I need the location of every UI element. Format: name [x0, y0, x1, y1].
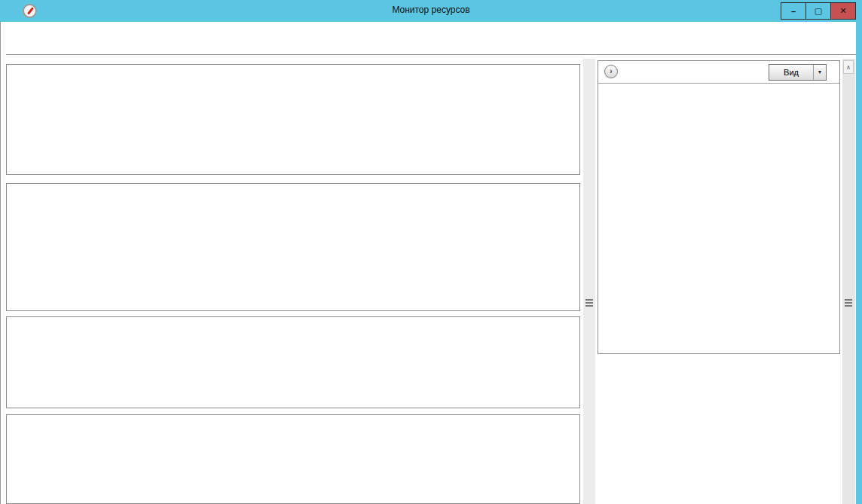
dropdown-arrow-icon: ▼	[813, 65, 826, 80]
view-dropdown-button[interactable]: Вид ▼	[769, 64, 827, 81]
memory-section	[6, 414, 580, 504]
tab-strip	[6, 39, 856, 55]
menu-bar	[6, 22, 856, 39]
minimize-button[interactable]: –	[781, 2, 806, 20]
right-scrollbar[interactable]: ∧	[842, 59, 855, 504]
title-bar: Монитор ресурсов – ▢ ✕	[0, 0, 862, 22]
cpu-section	[6, 64, 580, 175]
scroll-up-icon[interactable]: ∧	[843, 60, 854, 74]
graphs-panel: › Вид ▼	[598, 60, 840, 354]
close-button[interactable]: ✕	[830, 2, 856, 20]
panel-splitter[interactable]	[583, 59, 595, 504]
view-dropdown-label: Вид	[769, 65, 813, 80]
window-title: Монитор ресурсов	[0, 5, 862, 15]
maximize-button[interactable]: ▢	[805, 2, 831, 20]
expand-panel-button chevron-right-icon[interactable]: ›	[604, 65, 618, 78]
splitter-grip-icon	[585, 299, 593, 307]
disk-section	[6, 183, 580, 311]
graphs-list	[598, 84, 839, 88]
scrollbar-grip-icon	[845, 299, 852, 307]
window-right-border	[856, 22, 862, 504]
window-left-edge	[0, 22, 1, 504]
graphs-panel-header: › Вид ▼	[598, 61, 839, 84]
network-section	[6, 316, 580, 408]
